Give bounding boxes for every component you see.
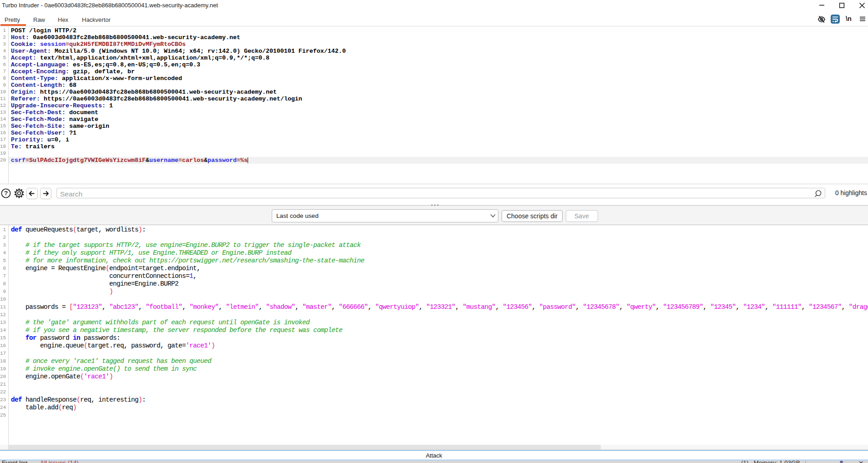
svg-text:?: ?: [4, 190, 8, 196]
